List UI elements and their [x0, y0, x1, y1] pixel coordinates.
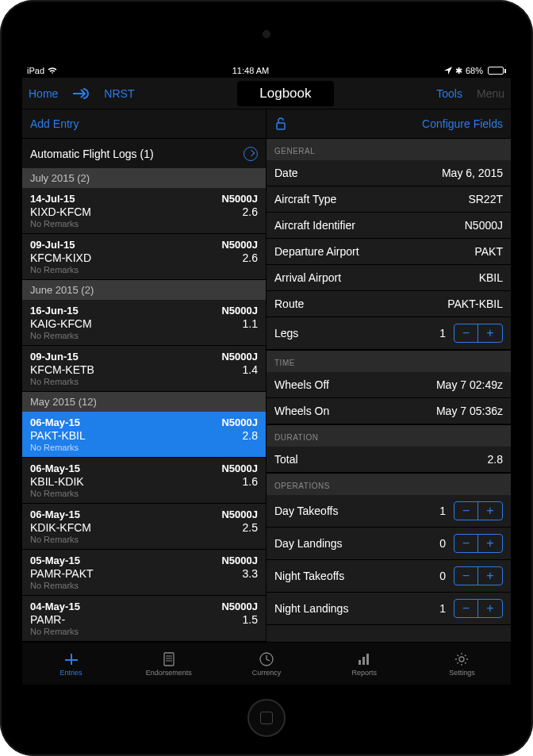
field-row[interactable]: Aircraft IdentifierN5000J: [266, 213, 511, 239]
stepper-minus[interactable]: −: [454, 600, 478, 617]
tab-currency[interactable]: Currency: [217, 643, 315, 685]
entry-date: 09-Jul-15: [30, 239, 75, 251]
tab-bar: EntriesEndorsementsCurrencyReportsSettin…: [22, 642, 511, 685]
stepper-plus[interactable]: +: [478, 535, 502, 552]
entry-remarks: No Remarks: [30, 377, 258, 386]
field-value: KBIL: [479, 271, 503, 284]
stepper-minus[interactable]: −: [454, 502, 478, 520]
entry-date: 06-May-15: [30, 462, 80, 474]
field-label: Day Takeoffs: [274, 505, 338, 517]
stepper-minus[interactable]: −: [454, 324, 478, 342]
group-header: May 2015 (12): [22, 392, 266, 412]
entry-hours: 1.1: [243, 317, 258, 330]
entry-date: 09-Jun-15: [30, 351, 79, 363]
entry-date: 16-Jun-15: [30, 305, 79, 317]
battery-pct: 68%: [466, 66, 483, 75]
right-pane: Configure Fields GENERALDateMay 6, 2015A…: [266, 109, 511, 642]
menu-button[interactable]: Menu: [477, 87, 504, 100]
entry-date: 14-Jul-15: [30, 193, 75, 205]
section-header: DURATION: [266, 424, 511, 447]
entry-route: PAKT-KBIL: [30, 429, 86, 442]
tab-endorsements[interactable]: Endorsements: [120, 643, 217, 685]
field-row[interactable]: Arrival AirportKBIL: [266, 265, 511, 291]
entry-tail: N5000J: [221, 193, 258, 205]
field-label: Night Takeoffs: [274, 570, 344, 582]
reports-icon: [356, 651, 372, 667]
entry-route: KDIK-KFCM: [30, 521, 91, 534]
section-header: OPERATIONS: [266, 473, 511, 495]
entry-remarks: No Remarks: [30, 331, 258, 340]
entry-date: 04-May-15: [30, 601, 80, 612]
unlock-icon[interactable]: [274, 117, 287, 130]
field-label: Aircraft Identifier: [274, 219, 355, 232]
field-label: Total: [274, 453, 298, 466]
entry-route: PAMR-: [30, 613, 65, 626]
log-entry[interactable]: 05-May-15N5000JPAMR-PAKT3.3No Remarks: [22, 550, 266, 596]
entry-remarks: No Remarks: [30, 443, 258, 452]
entries-icon: [63, 651, 79, 667]
tab-reports[interactable]: Reports: [316, 643, 413, 685]
add-entry-button[interactable]: Add Entry: [30, 117, 79, 130]
entry-tail: N5000J: [221, 601, 258, 612]
stepper-plus[interactable]: +: [478, 502, 502, 520]
field-label: Wheels On: [274, 405, 329, 417]
field-row[interactable]: Aircraft TypeSR22T: [266, 186, 511, 213]
stepper-minus[interactable]: −: [454, 567, 478, 585]
log-entry[interactable]: 06-May-15N5000JKDIK-KFCM2.5No Remarks: [22, 504, 266, 550]
configure-fields-button[interactable]: Configure Fields: [422, 117, 503, 130]
content: Add Entry Automatic Flight Logs (1) July…: [22, 109, 511, 642]
svg-rect-0: [277, 123, 285, 129]
left-sub-bar: Add Entry: [22, 109, 266, 138]
direct-to-icon[interactable]: [72, 87, 90, 100]
field-row[interactable]: Wheels OffMay 7 02:49z: [266, 372, 511, 398]
field-row[interactable]: Departure AirportPAKT: [266, 239, 511, 265]
entry-tail: N5000J: [221, 462, 258, 474]
auto-flight-logs-row[interactable]: Automatic Flight Logs (1): [22, 138, 266, 168]
entry-hours: 2.5: [243, 521, 258, 534]
log-entry[interactable]: 16-Jun-15N5000JKAIG-KFCM1.1No Remarks: [22, 300, 266, 346]
nav-bar: Home NRST Logbook Tools Menu: [22, 78, 511, 109]
right-sub-bar: Configure Fields: [266, 109, 511, 138]
log-entry[interactable]: 06-May-15N5000JPAKT-KBIL2.8No Remarks: [22, 412, 266, 458]
log-entry[interactable]: 04-May-15N5000JPAMR-1.5No Remarks: [22, 596, 266, 642]
entry-tail: N5000J: [221, 239, 258, 251]
page-title: Logbook: [237, 81, 333, 106]
detail-scroll[interactable]: GENERALDateMay 6, 2015Aircraft TypeSR22T…: [266, 138, 511, 642]
screen: iPad 11:48 AM ✱ 68% Home: [22, 63, 511, 685]
nrst-button[interactable]: NRST: [104, 87, 134, 100]
svg-rect-1: [164, 653, 174, 666]
stepper-plus[interactable]: +: [478, 567, 502, 585]
field-label: Departure Airport: [274, 245, 359, 258]
entry-remarks: No Remarks: [30, 489, 258, 498]
entry-remarks: No Remarks: [30, 219, 258, 228]
tab-entries[interactable]: Entries: [22, 643, 120, 685]
entry-list[interactable]: July 2015 (2)14-Jul-15N5000JKIXD-KFCM2.6…: [22, 168, 266, 642]
stepper-plus[interactable]: +: [478, 324, 502, 342]
field-row[interactable]: DateMay 6, 2015: [266, 160, 511, 186]
left-pane: Add Entry Automatic Flight Logs (1) July…: [22, 109, 266, 642]
field-label: Date: [274, 167, 298, 179]
stepper-plus[interactable]: +: [478, 600, 502, 617]
entry-hours: 3.3: [243, 567, 258, 580]
field-row[interactable]: RoutePAKT-KBIL: [266, 291, 511, 317]
home-button[interactable]: Home: [29, 87, 58, 100]
tab-settings[interactable]: Settings: [413, 643, 511, 685]
stepper-minus[interactable]: −: [454, 535, 478, 552]
entry-route: KBIL-KDIK: [30, 475, 84, 488]
svg-rect-6: [359, 660, 361, 665]
field-row[interactable]: Wheels OnMay 7 05:36z: [266, 398, 511, 424]
field-value: N5000J: [465, 219, 503, 232]
tools-button[interactable]: Tools: [436, 87, 462, 100]
log-entry[interactable]: 09-Jul-15N5000JKFCM-KIXD2.6No Remarks: [22, 234, 266, 280]
log-entry[interactable]: 14-Jul-15N5000JKIXD-KFCM2.6No Remarks: [22, 188, 266, 234]
group-header: July 2015 (2): [22, 168, 266, 188]
log-entry[interactable]: 06-May-15N5000JKBIL-KDIK1.6No Remarks: [22, 458, 266, 504]
entry-tail: N5000J: [221, 508, 258, 520]
log-entry[interactable]: 09-Jun-15N5000JKFCM-KETB1.4No Remarks: [22, 346, 266, 392]
entry-date: 06-May-15: [30, 508, 80, 520]
entry-hours: 1.5: [243, 613, 258, 626]
field-row[interactable]: Total2.8: [266, 447, 511, 473]
entry-route: KFCM-KETB: [30, 363, 94, 376]
home-hardware-button[interactable]: [247, 699, 286, 737]
disclosure-icon: [243, 147, 258, 161]
